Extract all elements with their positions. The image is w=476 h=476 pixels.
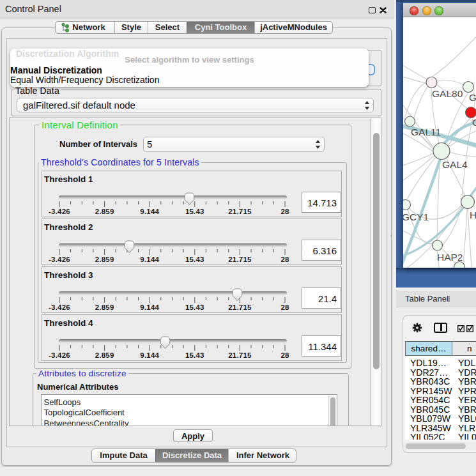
- svg-text:C: C: [472, 117, 476, 128]
- svg-text:GAL11: GAL11: [411, 127, 441, 137]
- svg-text:GCY1: GCY1: [403, 211, 429, 222]
- svg-text:GAL80: GAL80: [432, 88, 463, 99]
- svg-text:GAL4: GAL4: [442, 159, 468, 170]
- svg-text:H: H: [470, 210, 476, 220]
- svg-text:GA: GA: [469, 92, 476, 103]
- svg-text:HAP2: HAP2: [437, 252, 463, 263]
